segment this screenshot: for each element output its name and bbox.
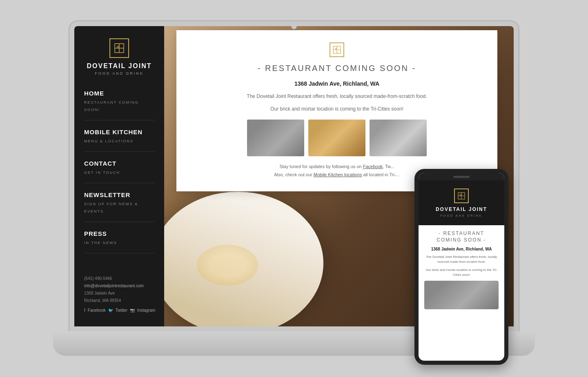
nav-contact-sublabel: GET IN TOUCH	[84, 171, 120, 175]
svg-rect-3	[117, 46, 119, 48]
address-line1: 1368 Jadwin Ave	[84, 290, 154, 297]
nav-item-press[interactable]: PRESS IN THE NEWS	[84, 230, 154, 253]
phone-speaker	[453, 176, 470, 178]
address-line2: Richland, WA 99354	[84, 297, 154, 304]
sidebar-logo: DOVETAIL JOINT FOOD AND DRINK	[84, 38, 154, 75]
card-logo	[197, 42, 477, 57]
logo-subtitle: FOOD AND DRINK	[95, 71, 144, 75]
phone-description-2: Our brick and mortar location is coming …	[424, 268, 499, 277]
card-main-heading: - RESTAURANT COMING SOON -	[197, 64, 477, 73]
phone-notch-bar	[419, 173, 504, 180]
nav-home-sublabel: RESTAURANT COMING SOON!	[84, 100, 139, 112]
mobile-kitchen-link[interactable]: Mobile Kitchen locations	[314, 172, 362, 177]
phone-content: - RESTAURANTCOMING SOON - 1368 Jadwin Av…	[419, 225, 504, 315]
logo-icon-box	[109, 38, 129, 58]
nav-item-home[interactable]: HOME RESTAURANT COMING SOON!	[84, 90, 154, 120]
food-thumb-1	[247, 120, 304, 156]
facebook-card-link[interactable]: Facebook	[363, 164, 383, 169]
food-thumbnails	[197, 120, 477, 156]
card-description-1: The Dovetail Joint Restaurant offers fre…	[235, 93, 439, 100]
nav-mobile-kitchen-sublabel: MENU & LOCATIONS	[84, 139, 134, 143]
phone-address: 1368 Jadwin Ave, Richland, WA	[424, 247, 499, 251]
instagram-icon: 📷	[130, 307, 135, 314]
email-link[interactable]: info@dovetailjointrestaurant.com	[84, 284, 144, 288]
facebook-icon: f	[84, 307, 85, 314]
nav-newsletter-sublabel: SIGN UP FOR NEWS & EVENTS	[84, 202, 138, 213]
nav-item-contact[interactable]: CONTACT GET IN TOUCH	[84, 160, 154, 183]
social-links: f Facebook 🐦 Twitter 📷 Instagram	[84, 307, 154, 314]
svg-rect-7	[335, 48, 337, 50]
nav-item-mobile-kitchen[interactable]: MOBILE KITCHEN MENU & LOCATIONS	[84, 129, 154, 152]
logo-title: DOVETAIL JOINT	[87, 62, 152, 70]
nav-home-label: HOME	[84, 90, 154, 97]
phone-brand-name: DOVETAIL JOINT	[425, 206, 498, 213]
food-decoration-3	[197, 245, 258, 286]
scene: DOVETAIL JOINT FOOD AND DRINK HOME RESTA…	[0, 0, 588, 377]
nav-press-sublabel: IN THE NEWS	[84, 241, 117, 245]
nav-mobile-kitchen-label: MOBILE KITCHEN	[84, 129, 154, 135]
phone-heading: - RESTAURANTCOMING SOON -	[424, 230, 499, 244]
card-description-2: Our brick and mortar location is coming …	[235, 105, 439, 113]
food-thumb-2	[308, 120, 365, 156]
facebook-link[interactable]: Facebook	[88, 307, 106, 314]
nav-item-newsletter[interactable]: NEWSLETTER SIGN UP FOR NEWS & EVENTS	[84, 191, 154, 222]
card-address: 1368 Jadwin Ave, Richland, WA	[197, 80, 477, 87]
main-content-card: - RESTAURANT COMING SOON - 1368 Jadwin A…	[176, 30, 497, 191]
twitter-icon: 🐦	[108, 307, 113, 314]
food-thumb-3	[370, 120, 427, 156]
phone-logo-box	[454, 188, 469, 203]
phone-brand-subtitle: FOOD AND DRINK	[425, 214, 498, 217]
svg-rect-11	[460, 194, 461, 196]
card-logo-box	[330, 42, 344, 57]
phone-food-thumb	[424, 281, 499, 309]
phone-screen: DOVETAIL JOINT FOOD AND DRINK - RESTAURA…	[419, 180, 504, 314]
nav-newsletter-label: NEWSLETTER	[84, 191, 154, 198]
instagram-link[interactable]: Instagram	[137, 307, 155, 314]
website-sidebar: DOVETAIL JOINT FOOD AND DRINK HOME RESTA…	[74, 26, 164, 326]
phone-header: DOVETAIL JOINT FOOD AND DRINK	[419, 180, 504, 225]
sidebar-contact-info: (541) 490-5466 info@dovetailjointrestaur…	[84, 275, 154, 314]
mobile-phone: DOVETAIL JOINT FOOD AND DRINK - RESTAURA…	[414, 169, 508, 365]
nav-contact-label: CONTACT	[84, 160, 154, 167]
phone-number: (541) 490-5466	[84, 275, 154, 282]
twitter-link[interactable]: Twitter	[116, 307, 127, 314]
phone-description-1: The Dovetail Joint Restaurant offers fre…	[424, 255, 499, 264]
nav-press-label: PRESS	[84, 230, 154, 237]
webcam	[291, 24, 297, 29]
